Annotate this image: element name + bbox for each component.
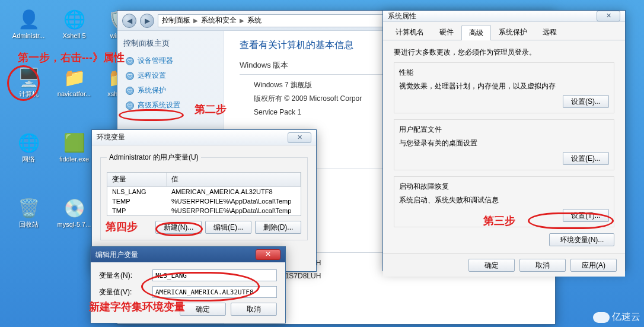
profile-group: 用户配置文件 与您登录有关的桌面设置 设置(E)... [394,119,614,170]
icon-label: mysql-5.7... [56,221,92,228]
app-icon: 🗑️ [17,196,40,220]
dialog-title: 编辑用户变量 [95,250,256,260]
icon-label: Xshell 5 [56,32,92,39]
user-variables-table[interactable]: 变量 值 NLS_LANGAMERICAN_AMERICA.AL32UTF8 T… [107,172,301,216]
breadcrumb-item[interactable]: 控制面板 [162,15,190,26]
ok-button[interactable]: 确定 [468,259,515,272]
tab-computer-name[interactable]: 计算机名 [388,24,432,40]
app-icon: 🌐 [17,131,40,154]
app-icon: 💿 [62,196,86,220]
group-title: 性能 [399,68,609,78]
table-row[interactable]: TMP%USERPROFILE%\AppData\Local\Temp [107,206,301,215]
cancel-button[interactable]: 取消 [519,259,566,272]
close-button[interactable]: ✕ [288,132,311,143]
sidebar-item-label: 设备管理器 [138,56,173,66]
sidebar-advanced-system-settings[interactable]: 🛡高级系统设置 [123,98,218,113]
icon-label: fiddler.exe [56,155,92,163]
cell: TMP [107,206,167,215]
group-desc: 与您登录有关的桌面设置 [399,138,609,148]
app-icon: 👤 [17,7,40,31]
variable-value-label: 变量值(V): [99,287,146,297]
table-row[interactable]: TEMP%USERPROFILE%\AppData\Local\Temp [107,196,301,206]
tab-advanced[interactable]: 高级 [461,25,491,40]
admin-note: 要进行大多数更改，您必须作为管理员登录。 [394,47,614,58]
breadcrumb-sep: ▶ [240,17,244,24]
icon-label: 回收站 [11,221,46,228]
performance-group: 性能 视觉效果，处理器计划，内存使用，以及虚拟内存 设置(S)... [394,62,614,113]
app-icon: 🟩 [62,131,86,154]
app-icon: 📁 [62,65,86,89]
dialog-button-row: 确定 取消 应用(A) [383,253,625,277]
col-variable: 变量 [107,173,167,186]
desktop-icon-mysql-5-7-[interactable]: 💿mysql-5.7... [56,196,92,228]
close-button[interactable]: ✕ [256,249,280,260]
edit-user-variable-dialog: 编辑用户变量 ✕ 变量名(N): 变量值(V): 确定 取消 [90,246,286,323]
desktop-icon--[interactable]: 🗑️回收站 [11,196,46,228]
nav-forward-button[interactable]: ▶ [140,14,154,28]
variable-name-label: 变量名(N): [99,271,146,281]
shield-icon: 🛡 [126,87,134,95]
dialog-title: 系统属性 [388,11,597,21]
titlebar: 系统属性 ✕ [383,11,625,22]
cancel-button[interactable]: 取消 [231,303,277,316]
delete-user-var-button[interactable]: 删除(D)... [255,221,301,234]
breadcrumb-item[interactable]: 系统 [247,15,262,26]
shield-icon: 🛡 [126,72,134,80]
icon-label: Administr... [11,32,46,39]
new-user-var-button[interactable]: 新建(N)... [155,221,202,234]
app-icon: 🖥️ [17,65,40,89]
shield-icon: 🛡 [126,57,134,65]
desktop-icon--[interactable]: 🌐网络 [11,131,46,163]
sidebar-item-label: 高级系统设置 [138,100,180,110]
desktop-icon--[interactable]: 🖥️计算机 [11,65,46,97]
cell: NLS_LANG [107,187,167,196]
desktop-icon-navicatfor-[interactable]: 📁navicatfor... [56,65,92,97]
sidebar-remote-settings[interactable]: 🛡远程设置 [123,68,218,83]
icon-label: navicatfor... [56,90,92,97]
environment-variables-button[interactable]: 环境变量(N)... [549,233,614,246]
group-title: 启动和故障恢复 [399,182,609,192]
group-legend: Administrator 的用户变量(U) [107,153,201,163]
tab-hardware[interactable]: 硬件 [432,24,461,40]
variable-value-input[interactable] [152,286,277,298]
startup-settings-button[interactable]: 设置(T)... [563,209,609,222]
desktop-icon-fiddler-exe[interactable]: 🟩fiddler.exe [56,131,92,163]
cell: AMERICAN_AMERICA.AL32UTF8 [167,187,301,196]
cell: TEMP [107,196,167,206]
variable-name-input[interactable] [152,269,277,281]
group-title: 用户配置文件 [399,125,609,135]
breadcrumb-sep: ▶ [193,17,198,24]
breadcrumb-item[interactable]: 系统和安全 [201,15,237,26]
app-icon: 🌐 [62,7,86,31]
shield-icon: 🛡 [126,101,134,110]
tab-system-protection[interactable]: 系统保护 [491,24,535,40]
icon-label: 网络 [11,155,46,163]
edit-user-var-button[interactable]: 编辑(E)... [205,221,251,234]
group-desc: 视觉效果，处理器计划，内存使用，以及虚拟内存 [399,81,609,91]
icon-label: 计算机 [11,90,46,97]
dialog-body: 要进行大多数更改，您必须作为管理员登录。 性能 视觉效果，处理器计划，内存使用，… [383,40,625,253]
desktop-icon-administr-[interactable]: 👤Administr... [11,7,46,39]
titlebar: 环境变量 ✕ [92,130,316,145]
sidebar-item-label: 远程设置 [138,71,166,81]
dialog-title: 环境变量 [97,132,288,142]
table-row[interactable]: NLS_LANGAMERICAN_AMERICA.AL32UTF8 [107,187,301,196]
sidebar-system-protection[interactable]: 🛡系统保护 [123,83,218,98]
cell: %USERPROFILE%\AppData\Local\Temp [167,196,301,206]
titlebar: 编辑用户变量 ✕ [91,247,285,262]
watermark-label: 亿速云 [612,311,640,323]
tab-strip: 计算机名 硬件 高级 系统保护 远程 [383,22,625,40]
tab-remote[interactable]: 远程 [535,24,565,40]
watermark: 亿速云 [593,311,640,323]
apply-button[interactable]: 应用(A) [570,259,617,272]
col-value: 值 [167,173,301,186]
profile-settings-button[interactable]: 设置(E)... [563,152,609,165]
sidebar-device-manager[interactable]: 🛡设备管理器 [123,53,218,68]
ok-button[interactable]: 确定 [180,303,226,316]
user-variables-group: Administrator 的用户变量(U) 变量 值 NLS_LANGAMER… [100,153,308,240]
desktop-icon-xshell-5[interactable]: 🌐Xshell 5 [56,7,92,39]
perf-settings-button[interactable]: 设置(S)... [563,95,609,108]
group-desc: 系统启动、系统失败和调试信息 [399,195,609,205]
nav-back-button[interactable]: ◀ [122,14,136,28]
close-button[interactable]: ✕ [597,11,620,21]
